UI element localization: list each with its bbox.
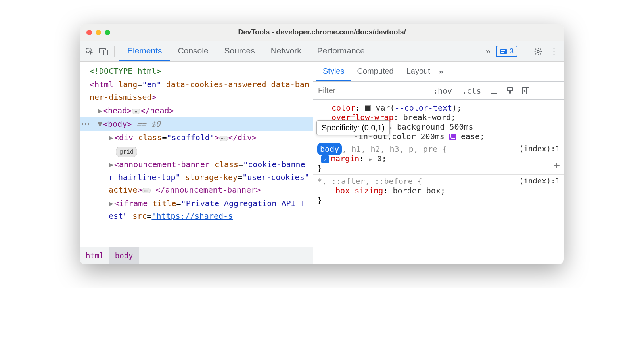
svg-rect-5 [501,52,504,53]
dom-doctype[interactable]: <!DOCTYPE html> [80,64,313,78]
svg-rect-2 [104,50,107,55]
svg-rect-3 [500,49,507,54]
dom-announcement-banner[interactable]: ▶<announcement-banner class="cookie-bann… [80,158,313,197]
subtab-styles[interactable]: Styles [316,62,351,81]
property-checkbox[interactable]: ✓ [321,155,329,163]
settings-icon[interactable] [532,46,544,57]
styles-filter-input[interactable] [313,82,428,99]
svg-rect-4 [501,50,505,51]
minimize-window-button[interactable] [96,30,101,35]
device-toggle-icon[interactable] [98,46,109,57]
add-property-icon[interactable]: + [554,159,560,172]
issues-badge[interactable]: 3 [496,46,518,57]
sidebar-tabs: Styles Computed Layout » [313,62,564,82]
devtools-window: DevTools - developer.chrome.com/docs/dev… [80,24,564,264]
zoom-window-button[interactable] [105,30,110,35]
tab-network[interactable]: Network [263,41,309,61]
toolbar-divider [525,46,525,57]
paint-brush-icon[interactable] [502,82,518,99]
traffic-lights [86,30,110,35]
dom-tree[interactable]: <!DOCTYPE html> <html lang="en" data-coo… [80,62,313,247]
rule-body-margin[interactable]: (index):1 body, h1, h2, h3, p, pre { ✓ma… [313,143,564,175]
more-subtabs-icon[interactable]: » [437,67,445,76]
tab-performance[interactable]: Performance [309,41,373,61]
ellipsis-icon[interactable] [219,136,228,141]
titlebar: DevTools - developer.chrome.com/docs/dev… [80,24,564,41]
main-toolbar: Elements Console Sources Network Perform… [80,41,564,62]
dom-html-open[interactable]: <html lang="en" data-cookies-answered da… [80,78,313,104]
hov-toggle[interactable]: :hov [428,82,457,99]
close-window-button[interactable] [86,30,92,35]
inspect-element-icon[interactable] [84,46,96,57]
more-tabs-icon[interactable]: » [484,46,492,57]
source-link[interactable]: (index):1 [519,176,560,185]
dom-div-scaffold[interactable]: ▶<div class="scaffold"></div> [80,131,313,144]
breadcrumbs: html body [80,247,313,264]
subtab-layout[interactable]: Layout [400,62,437,81]
issues-count: 3 [510,47,514,55]
issues-icon [500,48,507,55]
dom-iframe[interactable]: ▶<iframe title="Private Aggregation API … [80,197,313,223]
computed-panel-icon[interactable] [518,82,534,99]
source-link[interactable]: (index):1 [519,144,560,153]
ellipsis-icon[interactable] [142,188,151,193]
dom-grid-badge[interactable]: grid [80,144,313,158]
bezier-icon[interactable] [449,134,456,140]
cls-toggle[interactable]: .cls [457,82,486,99]
dom-body-selected[interactable]: ▼<body> == $0 [80,117,313,131]
rule-inherited[interactable]: color: var(--color-text); overflow-wrap:… [313,101,564,143]
rule-box-sizing[interactable]: (index):1 *, ::after, ::before { box-siz… [313,175,564,206]
tab-sources[interactable]: Sources [217,41,263,61]
ellipsis-icon[interactable] [132,109,140,114]
svg-rect-10 [507,88,513,91]
dom-head[interactable]: ▶<head></head> [80,104,313,117]
styles-panel: Styles Computed Layout » :hov .cls color… [313,62,564,264]
toolbar-divider [114,46,115,57]
svg-point-6 [537,50,539,53]
toolbar-right: » 3 ⋮ [484,46,560,57]
kebab-menu-icon[interactable]: ⋮ [548,46,560,57]
tab-console[interactable]: Console [170,41,217,61]
styles-filter-bar: :hov .cls [313,82,564,100]
crumb-html[interactable]: html [80,247,109,264]
main-tabs: Elements Console Sources Network Perform… [119,41,373,61]
tab-elements[interactable]: Elements [119,41,170,61]
content-area: <!DOCTYPE html> <html lang="en" data-coo… [80,62,564,264]
elements-panel: <!DOCTYPE html> <html lang="en" data-coo… [80,62,313,264]
style-rules: color: var(--color-text); overflow-wrap:… [313,100,564,264]
svg-rect-11 [523,88,529,94]
crumb-body[interactable]: body [109,247,139,264]
subtab-computed[interactable]: Computed [351,62,400,81]
window-title: DevTools - developer.chrome.com/docs/dev… [80,28,564,36]
new-style-rule-icon[interactable] [486,82,502,99]
selector-body-highlight: body [317,143,342,155]
